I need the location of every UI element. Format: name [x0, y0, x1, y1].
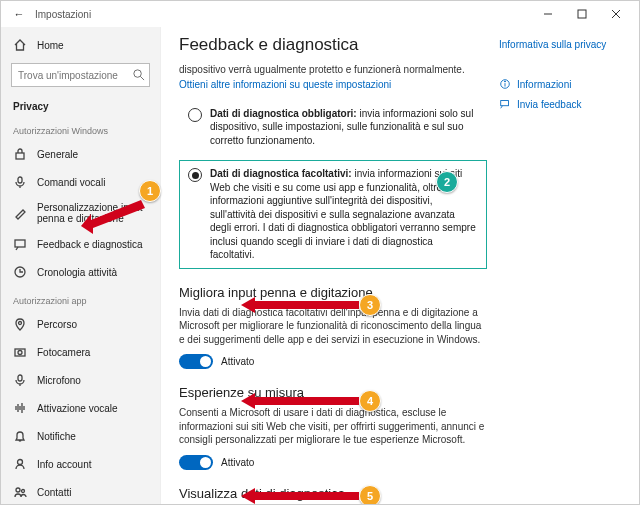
radio-required-data[interactable]: Dati di diagnostica obbligatori: invia i…: [179, 100, 487, 155]
search-input[interactable]: [11, 63, 150, 87]
svg-rect-7: [18, 177, 22, 183]
pen-icon: [13, 206, 27, 220]
sidebar-item-label: Home: [37, 40, 64, 51]
sidebar-item-label: Percorso: [37, 319, 77, 330]
annotation-badge-4: 4: [359, 390, 381, 412]
sidebar-item-percorso[interactable]: Percorso: [1, 310, 160, 338]
svg-point-10: [19, 322, 22, 325]
send-feedback-link[interactable]: Invia feedback: [499, 98, 619, 110]
intro-link[interactable]: Ottieni altre informazioni su queste imp…: [179, 79, 487, 90]
camera-icon: [13, 345, 27, 359]
sidebar-item-label: Attivazione vocale: [37, 403, 118, 414]
window-title: Impostazioni: [31, 9, 531, 20]
section-desc: Consenti a Microsoft di usare i dati di …: [179, 406, 487, 447]
back-button[interactable]: ←: [7, 8, 31, 20]
close-button[interactable]: [599, 3, 633, 25]
svg-point-14: [18, 460, 23, 465]
sidebar-item-label: Comandi vocali: [37, 177, 105, 188]
sidebar-item-fotocamera[interactable]: Fotocamera: [1, 338, 160, 366]
sidebar-item-comandi-vocali[interactable]: Comandi vocali: [1, 168, 160, 196]
sidebar-item-contatti[interactable]: Contatti: [1, 478, 160, 504]
link-label: Invia feedback: [517, 99, 582, 110]
svg-point-12: [18, 351, 22, 355]
search-icon: [132, 68, 145, 83]
sidebar-item-feedback[interactable]: Feedback e diagnostica: [1, 230, 160, 258]
home-icon: [13, 38, 27, 52]
section-desc: Invia dati di diagnostica facoltativi de…: [179, 306, 487, 347]
toggle-ink[interactable]: [179, 354, 213, 369]
svg-point-15: [16, 488, 20, 492]
sidebar-item-label: Contatti: [37, 487, 71, 498]
maximize-button[interactable]: [565, 3, 599, 25]
sidebar-item-label: Generale: [37, 149, 78, 160]
contacts-icon: [13, 485, 27, 499]
annotation-badge-1: 1: [139, 180, 161, 202]
svg-rect-1: [578, 10, 586, 18]
sidebar: Home Privacy Autorizzazioni Windows Gene…: [1, 27, 161, 504]
main-content: Feedback e diagnostica dispositivo verrà…: [179, 31, 499, 504]
sidebar-item-label: Cronologia attività: [37, 267, 117, 278]
toggle-state: Attivato: [221, 457, 254, 468]
radio-icon: [188, 108, 202, 122]
annotation-badge-3: 3: [359, 294, 381, 316]
annotation-badge-5: 5: [359, 485, 381, 505]
bell-icon: [13, 429, 27, 443]
toggle-state: Attivato: [221, 356, 254, 367]
section-title-tailored: Esperienze su misura: [179, 385, 487, 400]
sidebar-item-label: Personalizzazione input penna e digitazi…: [37, 202, 148, 224]
sidebar-item-label: Feedback e diagnostica: [37, 239, 143, 250]
intro-text: dispositivo verrà ugualmente protetto e …: [179, 63, 487, 77]
svg-line-5: [140, 76, 144, 80]
location-icon: [13, 317, 27, 331]
link-label: Informazioni: [517, 79, 571, 90]
lock-icon: [13, 147, 27, 161]
sidebar-search[interactable]: [11, 63, 150, 87]
svg-rect-13: [18, 375, 22, 381]
sidebar-item-notifiche[interactable]: Notifiche: [1, 422, 160, 450]
radio-icon: [188, 168, 202, 182]
microphone-icon: [13, 373, 27, 387]
sidebar-item-attivazione-vocale[interactable]: Attivazione vocale: [1, 394, 160, 422]
svg-rect-6: [16, 153, 24, 159]
voice-icon: [13, 401, 27, 415]
history-icon: [13, 265, 27, 279]
sidebar-item-cronologia[interactable]: Cronologia attività: [1, 258, 160, 286]
sidebar-item-info-account[interactable]: Info account: [1, 450, 160, 478]
sidebar-item-home[interactable]: Home: [1, 31, 160, 59]
section-title-view-data: Visualizza dati di diagnostica: [179, 486, 487, 501]
toggle-tailored[interactable]: [179, 455, 213, 470]
privacy-policy-link[interactable]: Informativa sulla privacy: [499, 39, 619, 50]
svg-point-16: [22, 490, 25, 493]
svg-rect-22: [501, 101, 509, 106]
section-title-ink: Migliora input penna e digitazione: [179, 285, 487, 300]
svg-point-21: [504, 81, 505, 82]
account-icon: [13, 457, 27, 471]
mic-icon: [13, 175, 27, 189]
sidebar-item-label: Fotocamera: [37, 347, 90, 358]
info-link[interactable]: Informazioni: [499, 78, 619, 90]
sidebar-item-generale[interactable]: Generale: [1, 140, 160, 168]
sidebar-item-penna[interactable]: Personalizzazione input penna e digitazi…: [1, 196, 160, 230]
feedback-icon: [13, 237, 27, 251]
sidebar-item-microfono[interactable]: Microfono: [1, 366, 160, 394]
sidebar-item-label: Microfono: [37, 375, 81, 386]
annotation-badge-2: 2: [436, 171, 458, 193]
sidebar-item-label: Info account: [37, 459, 91, 470]
minimize-button[interactable]: [531, 3, 565, 25]
right-panel: Informativa sulla privacy Informazioni I…: [499, 31, 619, 504]
svg-rect-8: [15, 240, 25, 247]
sidebar-current-section: Privacy: [1, 93, 160, 116]
radio-label: Dati di diagnostica obbligatori: invia i…: [210, 107, 478, 148]
sidebar-group-windows: Autorizzazioni Windows: [1, 116, 160, 140]
page-title: Feedback e diagnostica: [179, 35, 487, 55]
svg-point-4: [134, 70, 141, 77]
sidebar-item-label: Notifiche: [37, 431, 76, 442]
sidebar-group-app: Autorizzazioni app: [1, 286, 160, 310]
